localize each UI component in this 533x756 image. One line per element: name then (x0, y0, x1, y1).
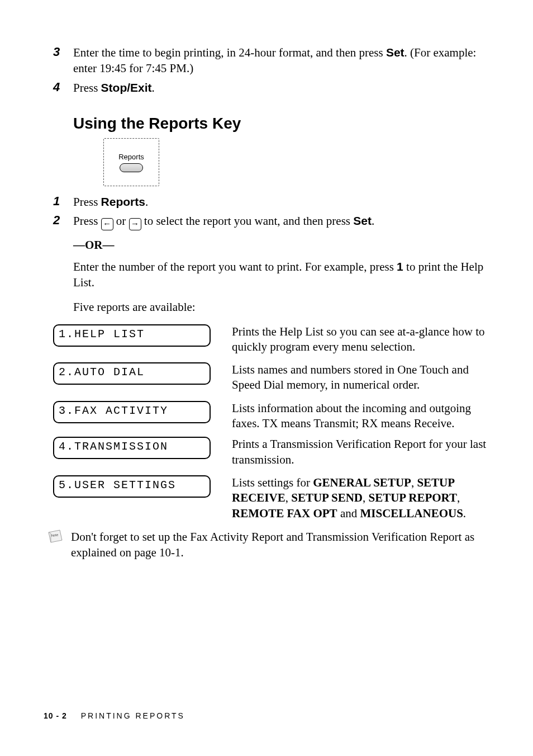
five-reports-text: Five reports are available: (73, 299, 494, 315)
step-body: Press Reports. (73, 194, 494, 210)
report-row: 3.FAX ACTIVITYLists information about th… (53, 401, 494, 432)
step-number: 1 (53, 194, 73, 210)
lcd-display: 2.AUTO DIAL (53, 362, 211, 385)
report-row: 5.USER SETTINGSLists settings for GENERA… (53, 475, 494, 521)
left-arrow-icon: ← (101, 218, 113, 230)
section-heading: Using the Reports Key (73, 115, 494, 133)
or-separator: —OR— (73, 238, 494, 252)
step-body: Press Stop/Exit. (73, 80, 494, 96)
note-text: Don't forget to set up the Fax Activity … (71, 529, 494, 561)
reports-button-label: Reports (118, 153, 144, 161)
report-description: Lists information about the incoming and… (232, 401, 494, 432)
reports-button-diagram: Reports (103, 138, 159, 186)
lcd-display: 4.TRANSMISSION (53, 437, 211, 459)
step-number: 2 (53, 213, 73, 230)
report-description: Prints the Help List so you can see at-a… (232, 324, 494, 355)
page-number: 10 - 2 (44, 711, 67, 720)
step-body: Enter the time to begin printing, in 24-… (73, 45, 494, 77)
lcd-display: 3.FAX ACTIVITY (53, 401, 211, 423)
page-footer: 10 - 2 PRINTING REPORTS (44, 711, 185, 720)
report-description: Lists settings for GENERAL SETUP, SETUP … (232, 475, 494, 521)
report-description: Lists names and numbers stored in One To… (232, 362, 494, 393)
note-icon: Note (47, 529, 64, 544)
step-number: 3 (53, 45, 73, 77)
step-number: 4 (53, 80, 73, 96)
footer-title: PRINTING REPORTS (81, 711, 185, 720)
report-row: 2.AUTO DIALLists names and numbers store… (53, 362, 494, 393)
enter-number-instruction: Enter the number of the report you want … (73, 259, 494, 291)
lcd-display: 1.HELP LIST (53, 324, 211, 347)
reports-physical-button (120, 163, 143, 172)
lcd-display: 5.USER SETTINGS (53, 475, 211, 498)
report-row: 4.TRANSMISSIONPrints a Transmission Veri… (53, 437, 494, 467)
report-row: 1.HELP LISTPrints the Help List so you c… (53, 324, 494, 355)
right-arrow-icon: → (129, 218, 141, 230)
step-body: Press ← or → to select the report you wa… (73, 213, 494, 230)
report-description: Prints a Transmission Verification Repor… (232, 437, 494, 467)
